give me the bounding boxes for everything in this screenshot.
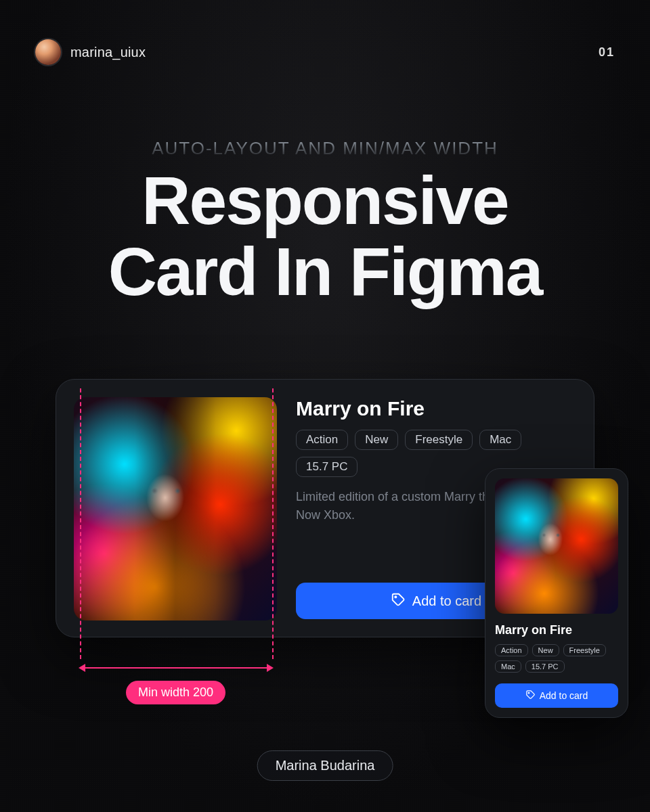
tag[interactable]: Freestyle <box>405 430 473 450</box>
add-to-card-button[interactable]: Add to card <box>495 683 618 708</box>
svg-point-1 <box>528 692 529 694</box>
guide-line-left <box>80 388 81 659</box>
guide-line-right <box>272 388 274 659</box>
button-label: Add to card <box>540 690 588 701</box>
annotation-pill: Min width 200 <box>126 681 225 704</box>
card-title: Marry on Fire <box>296 397 576 420</box>
header: marina_uiux 01 <box>35 39 615 65</box>
product-art <box>495 478 618 614</box>
product-art <box>74 397 277 621</box>
tag[interactable]: New <box>355 430 398 450</box>
tag-icon <box>391 592 406 610</box>
tag[interactable]: Mac <box>479 430 521 450</box>
title-line: Card In Figma <box>108 233 542 309</box>
page-number: 01 <box>599 45 615 60</box>
tag[interactable]: Action <box>296 430 348 450</box>
profile[interactable]: marina_uiux <box>35 39 146 65</box>
title-line: Responsive <box>142 162 508 238</box>
profile-handle: marina_uiux <box>70 45 146 60</box>
page-title: Responsive Card In Figma <box>27 165 623 307</box>
kicker: AUTO-LAYOUT AND MIN/MAX WIDTH <box>51 138 599 159</box>
author-badge[interactable]: Marina Budarina <box>257 750 393 781</box>
tag[interactable]: Action <box>495 644 528 656</box>
tag[interactable]: Freestyle <box>563 644 606 656</box>
tag[interactable]: 15.7 PC <box>296 457 358 477</box>
avatar <box>35 39 61 65</box>
tag[interactable]: Mac <box>495 660 521 673</box>
tag-list: Action New Freestyle Mac 15.7 PC <box>495 644 618 673</box>
tag[interactable]: New <box>532 644 559 656</box>
card-title: Marry on Fire <box>495 623 618 637</box>
tag-icon <box>525 690 536 702</box>
measurement-arrow <box>80 667 272 669</box>
tag[interactable]: 15.7 PC <box>525 660 565 673</box>
svg-point-0 <box>395 596 396 597</box>
product-card-small: Marry on Fire Action New Freestyle Mac 1… <box>485 468 628 718</box>
button-label: Add to card <box>412 593 481 609</box>
